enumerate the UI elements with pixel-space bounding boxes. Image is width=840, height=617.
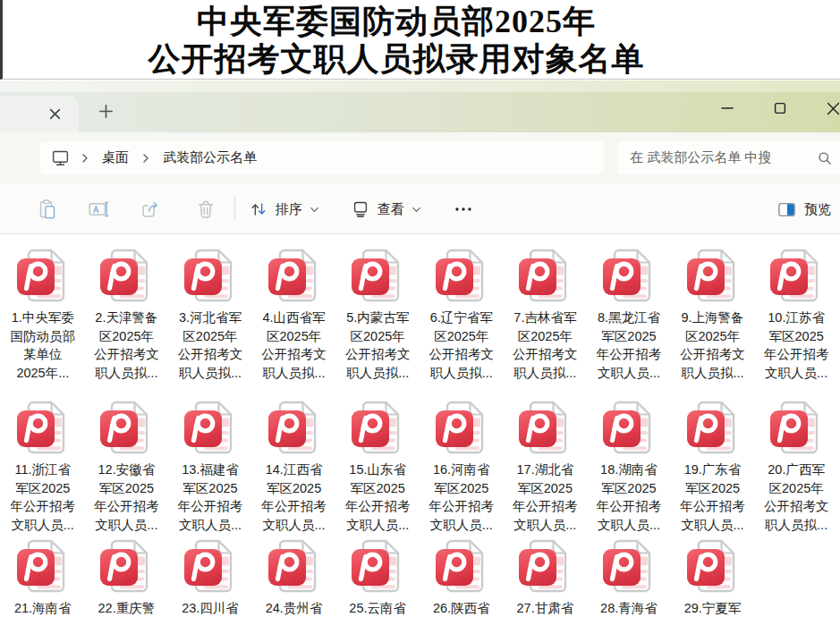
file-item[interactable]: 20.广西军区2025年公开招考文职人员拟...	[754, 399, 838, 534]
breadcrumb-item-folder[interactable]: 武装部公示名单	[163, 149, 257, 166]
sort-arrows-icon	[249, 199, 268, 219]
explorer-tab[interactable]	[0, 96, 79, 132]
close-icon	[49, 108, 61, 120]
search-box[interactable]: 在 武装部公示名单 中搜	[617, 141, 840, 174]
file-item[interactable]: 25.云南省	[335, 537, 420, 617]
pdf-file-icon	[98, 537, 155, 595]
file-item[interactable]: 28.青海省	[587, 537, 671, 617]
file-label: 4.山西省军区2025年公开招考文职人员拟...	[261, 308, 327, 382]
file-item[interactable]: 6.辽宁省军区2025年公开招考文职人员拟...	[420, 247, 504, 382]
paste-icon	[36, 199, 57, 220]
share-button[interactable]	[134, 192, 168, 226]
file-label: 11.浙江省军区2025年公开招考文职人员...	[11, 461, 76, 534]
file-grid-row: 11.浙江省军区2025年公开招考文职人员...	[1, 399, 839, 534]
file-item[interactable]: 4.山西省军区2025年公开招考文职人员拟...	[252, 247, 336, 382]
pdf-file-icon	[684, 247, 742, 304]
document-title: 中央军委国防动员部2025年 公开招考文职人员拟录用对象名单	[3, 0, 790, 78]
file-label: 15.山东省军区2025年公开招考文职人员...	[345, 461, 411, 534]
new-tab-button[interactable]	[95, 100, 116, 122]
file-grid: 1.中央军委国防动员部某单位2025年...	[0, 234, 840, 617]
delete-button[interactable]	[189, 192, 223, 226]
pdf-file-icon	[14, 537, 72, 595]
file-item[interactable]: 21.海南省	[1, 537, 85, 617]
file-item[interactable]: 1.中央军委国防动员部某单位2025年...	[1, 247, 85, 382]
share-icon	[140, 199, 162, 220]
file-item[interactable]: 15.山东省军区2025年公开招考文职人员...	[335, 399, 420, 534]
pdf-file-icon	[98, 399, 155, 456]
file-label: 8.黑龙江省军区2025年公开招考文职人员...	[597, 308, 662, 382]
window-top-edge	[0, 80, 840, 92]
file-item[interactable]: 23.四川省	[168, 537, 252, 617]
file-item[interactable]: 17.湖北省军区2025年公开招考文职人员...	[504, 399, 588, 534]
file-grid-row: 21.海南省	[1, 537, 839, 617]
maximize-button[interactable]	[765, 95, 795, 122]
pdf-file-icon	[684, 399, 742, 456]
file-item[interactable]: 12.安徽省军区2025年公开招考文职人员...	[85, 399, 169, 534]
paste-button[interactable]	[30, 192, 64, 226]
search-box-text: 在 武装部公示名单 中搜	[630, 149, 817, 166]
preview-toggle-button[interactable]: 预览	[771, 192, 836, 226]
toolbar-separator	[234, 197, 235, 221]
preview-label: 预览	[804, 201, 831, 218]
file-label: 3.河北省军区2025年公开招考文职人员拟...	[178, 308, 243, 382]
tab-bar	[0, 92, 840, 132]
pdf-file-icon	[98, 247, 155, 304]
pdf-file-icon	[768, 399, 825, 456]
close-window-button[interactable]	[818, 95, 840, 122]
pdf-file-icon	[433, 399, 490, 456]
file-label: 16.河南省军区2025年公开招考文职人员...	[429, 461, 495, 534]
file-item[interactable]: 22.重庆警	[85, 537, 169, 617]
file-label: 14.江西省军区2025年公开招考文职人员...	[261, 461, 327, 534]
view-icon	[351, 199, 370, 219]
file-item[interactable]: 29.宁夏军	[671, 537, 755, 617]
file-label: 18.湖南省军区2025年公开招考文职人员...	[597, 461, 662, 534]
file-item[interactable]: 11.浙江省军区2025年公开招考文职人员...	[1, 399, 85, 534]
file-item[interactable]: 5.内蒙古军区2025年公开招考文职人员拟...	[335, 247, 420, 382]
file-item[interactable]: 26.陕西省	[420, 537, 504, 617]
file-item[interactable]: 16.河南省军区2025年公开招考文职人员...	[420, 399, 504, 534]
sort-button[interactable]: 排序	[242, 192, 327, 226]
file-item[interactable]: 3.河北省军区2025年公开招考文职人员拟...	[168, 247, 252, 382]
pdf-file-icon	[182, 537, 239, 595]
file-item[interactable]: 18.湖南省军区2025年公开招考文职人员...	[587, 399, 671, 534]
breadcrumb[interactable]: 桌面 武装部公示名单	[40, 141, 604, 174]
file-item[interactable]: 13.福建省军区2025年公开招考文职人员...	[168, 399, 252, 534]
file-label: 7.吉林省军区2025年公开招考文职人员拟...	[513, 308, 578, 382]
see-more-button[interactable]	[445, 192, 481, 226]
rename-button[interactable]	[81, 192, 115, 226]
command-bar: 排序 查看	[0, 183, 840, 234]
pdf-file-icon	[349, 399, 406, 456]
file-label: 25.云南省	[349, 599, 406, 617]
file-item[interactable]: 27.甘肃省	[504, 537, 588, 617]
breadcrumb-item-desktop[interactable]: 桌面	[102, 149, 129, 166]
desktop-monitor-icon	[51, 148, 70, 167]
maximize-icon	[774, 102, 786, 114]
file-item[interactable]: 8.黑龙江省军区2025年公开招考文职人员...	[587, 247, 671, 382]
address-bar: 桌面 武装部公示名单 在 武装部公示名单 中搜	[0, 132, 840, 183]
pdf-file-icon	[349, 537, 406, 595]
pdf-file-icon	[516, 247, 573, 304]
tab-close-button[interactable]	[45, 105, 64, 124]
file-item[interactable]: 7.吉林省军区2025年公开招考文职人员拟...	[504, 247, 588, 382]
pdf-file-icon	[14, 399, 72, 456]
file-item[interactable]: 2.天津警备区2025年公开招考文职人员拟...	[85, 247, 169, 382]
file-item[interactable]: 10.江苏省军区2025年公开招考文职人员...	[754, 247, 838, 382]
file-item[interactable]: 24.贵州省	[252, 537, 336, 617]
file-grid-row: 1.中央军委国防动员部某单位2025年...	[1, 247, 839, 382]
file-item[interactable]: 19.广东省军区2025年公开招考文职人员...	[671, 399, 755, 534]
close-icon	[827, 102, 840, 115]
file-item[interactable]: 14.江西省军区2025年公开招考文职人员...	[252, 399, 336, 534]
preview-pane-icon	[776, 199, 797, 220]
pdf-file-icon	[516, 399, 573, 456]
view-button[interactable]: 查看	[344, 192, 428, 226]
file-item[interactable]: 9.上海警备区2025年公开招考文职人员拟...	[671, 247, 755, 382]
file-label: 5.内蒙古军区2025年公开招考文职人员拟...	[345, 308, 411, 382]
chevron-right-icon	[80, 153, 90, 164]
background-document: 中央军委国防动员部2025年 公开招考文职人员拟录用对象名单	[0, 0, 840, 80]
chevron-right-icon	[140, 153, 151, 164]
file-label: 21.海南省	[14, 599, 72, 617]
plus-icon	[98, 103, 115, 120]
pdf-file-icon	[266, 537, 323, 595]
minimize-button[interactable]	[712, 95, 742, 122]
pdf-file-icon	[516, 537, 573, 595]
